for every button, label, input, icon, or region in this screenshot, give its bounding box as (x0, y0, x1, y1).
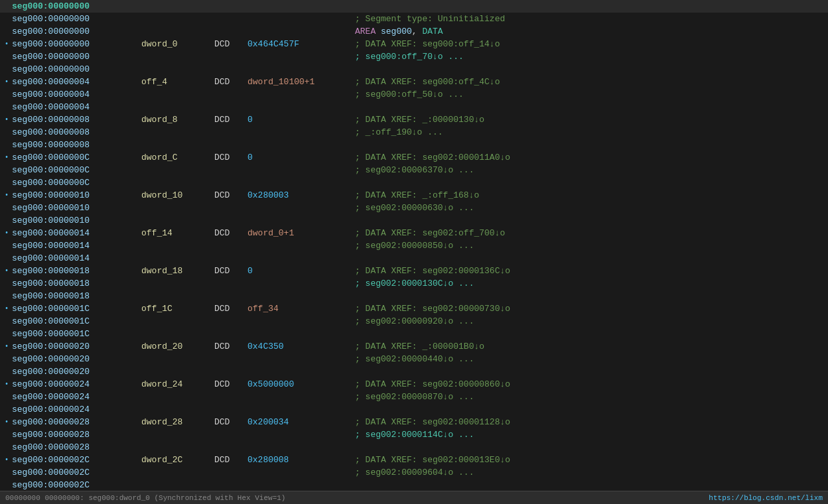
mnemonic: DCD (214, 379, 247, 389)
address-label: seg000:00000024 (12, 392, 141, 402)
breakpoint-bullet: • (1, 267, 12, 275)
operand: 0x280008 (247, 455, 347, 465)
mnemonic: DCD (214, 266, 247, 276)
table-row: seg000:0000002C (0, 479, 828, 491)
address-label: seg000:00000000 (12, 1, 141, 11)
table-row: seg000:00000024; seg002:00000870↓o ... (0, 391, 828, 403)
comment: ; DATA XREF: seg002:00000730↓o (347, 304, 510, 314)
mnemonic: DCD (214, 77, 247, 87)
table-row: seg000:00000020 (0, 365, 828, 378)
address-label: seg000:0000001C (12, 316, 141, 326)
operand: dword_10100+1 (247, 77, 347, 87)
address-label: seg000:00000004 (12, 102, 141, 112)
breakpoint-bullet: • (1, 192, 12, 199)
comment: ; seg002:0000130C↓o ... (347, 279, 474, 288)
address-label: seg000:0000000C (12, 178, 141, 188)
comment: ; seg002:0000114C↓o ... (347, 430, 474, 440)
comment: ; DATA XREF: seg002:00001128↓o (347, 417, 510, 427)
table-row: seg000:00000014; seg002:00000850↓o ... (0, 239, 828, 252)
table-row: •seg000:00000000dword_0DCD0x464C457F; DA… (0, 38, 828, 50)
breakpoint-bullet: • (1, 154, 12, 161)
table-row: seg000:00000000 (0, 0, 828, 13)
address-label: seg000:0000001C (12, 304, 141, 314)
symbol-label: dword_24 (141, 379, 214, 389)
table-row: seg000:00000014 (0, 252, 828, 265)
comment: ; DATA XREF: _:off_168↓o (347, 190, 479, 200)
table-row: •seg000:0000000Cdword_CDCD0; DATA XREF: … (0, 151, 828, 164)
table-row: seg000:00000018 (0, 290, 828, 302)
address-label: seg000:00000020 (12, 342, 141, 351)
comment: ; seg002:00000920↓o ... (347, 316, 474, 326)
operand: 0x5000000 (247, 379, 347, 389)
status-bar: 00000000 00000000: seg000:dword_0 (Synch… (0, 491, 828, 504)
comment: ; DATA XREF: seg002:000013E0↓o (347, 455, 510, 465)
address-label: seg000:0000002C (12, 468, 141, 477)
address-label: seg000:00000000 (12, 14, 141, 24)
table-row: seg000:00000020; seg002:00000440↓o ... (0, 353, 828, 365)
operand: 0x464C457F (247, 39, 347, 49)
comment: ; seg002:00000850↓o ... (347, 241, 474, 251)
assembly-view[interactable]: seg000:00000000seg000:00000000; Segment … (0, 0, 828, 499)
comment: ; DATA XREF: seg002:000011A0↓o (347, 153, 510, 162)
comment: ; DATA XREF: seg002:0000136C↓o (347, 266, 510, 276)
table-row: •seg000:00000018dword_18DCD0; DATA XREF:… (0, 265, 828, 277)
table-row: seg000:0000002C; seg002:00009604↓o ... (0, 466, 828, 479)
symbol-label: dword_0 (141, 39, 214, 49)
comment: ; seg000:off_50↓o ... (347, 90, 464, 99)
mnemonic: DCD (214, 455, 247, 465)
table-row: •seg000:00000014off_14DCDdword_0+1; DATA… (0, 227, 828, 239)
comment: ; DATA XREF: _:000001B0↓o (347, 342, 484, 351)
mnemonic: DCD (214, 190, 247, 200)
operand: dword_0+1 (247, 228, 347, 238)
table-row: seg000:00000004 (0, 101, 828, 113)
table-row: seg000:00000024 (0, 403, 828, 416)
table-row: seg000:00000028 (0, 441, 828, 454)
breakpoint-bullet: • (1, 456, 12, 464)
address-label: seg000:0000002C (12, 455, 141, 465)
mnemonic: DCD (214, 228, 247, 238)
operand: 0 (247, 153, 347, 162)
operand: 0 (247, 266, 347, 276)
address-label: seg000:00000004 (12, 77, 141, 87)
breakpoint-bullet: • (1, 78, 12, 86)
comment: ; DATA XREF: seg000:off_14↓o (347, 39, 500, 49)
symbol-label: dword_C (141, 153, 214, 162)
breakpoint-bullet: • (1, 381, 12, 388)
address-label: seg000:00000024 (12, 405, 141, 414)
breakpoint-bullet: • (1, 40, 12, 48)
table-row: seg000:00000018; seg002:0000130C↓o ... (0, 277, 828, 290)
table-row: seg000:0000001C (0, 328, 828, 340)
address-label: seg000:00000000 (12, 27, 141, 36)
comment: ; DATA XREF: seg002:off_700↓o (347, 228, 505, 238)
address-label: seg000:00000000 (12, 52, 141, 62)
comment: ; seg002:00000440↓o ... (347, 354, 474, 364)
address-label: seg000:00000018 (12, 266, 141, 276)
address-label: seg000:00000004 (12, 90, 141, 99)
table-row: •seg000:00000010dword_10DCD0x280003; DAT… (0, 189, 828, 202)
address-label: seg000:00000028 (12, 417, 141, 427)
breakpoint-bullet: • (1, 305, 12, 312)
comment: AREA seg000, DATA (347, 27, 443, 36)
table-row: seg000:00000004; seg000:off_50↓o ... (0, 88, 828, 101)
comment: ; Segment type: Uninitialized (347, 14, 505, 24)
symbol-label: off_4 (141, 77, 214, 87)
status-text: 00000000 00000000: seg000:dword_0 (Synch… (5, 494, 285, 502)
table-row: seg000:00000000; Segment type: Uninitial… (0, 13, 828, 25)
symbol-label: dword_20 (141, 342, 214, 351)
table-row: seg000:00000000 (0, 63, 828, 76)
symbol-label: dword_2C (141, 455, 214, 465)
symbol-label: dword_8 (141, 115, 214, 125)
address-label: seg000:00000018 (12, 279, 141, 288)
breakpoint-bullet: • (1, 229, 12, 237)
table-row: seg000:0000001C; seg002:00000920↓o ... (0, 315, 828, 328)
mnemonic: DCD (214, 153, 247, 162)
table-row: •seg000:00000024dword_24DCD0x5000000; DA… (0, 378, 828, 391)
address-label: seg000:00000010 (12, 203, 141, 213)
table-row: seg000:0000000C (0, 176, 828, 189)
breakpoint-bullet: • (1, 116, 12, 123)
address-label: seg000:00000028 (12, 442, 141, 452)
address-label: seg000:00000008 (12, 140, 141, 150)
symbol-label: dword_10 (141, 190, 214, 200)
comment: ; DATA XREF: seg002:00000860↓o (347, 379, 510, 389)
comment: ; seg000:off_70↓o ... (347, 52, 464, 62)
